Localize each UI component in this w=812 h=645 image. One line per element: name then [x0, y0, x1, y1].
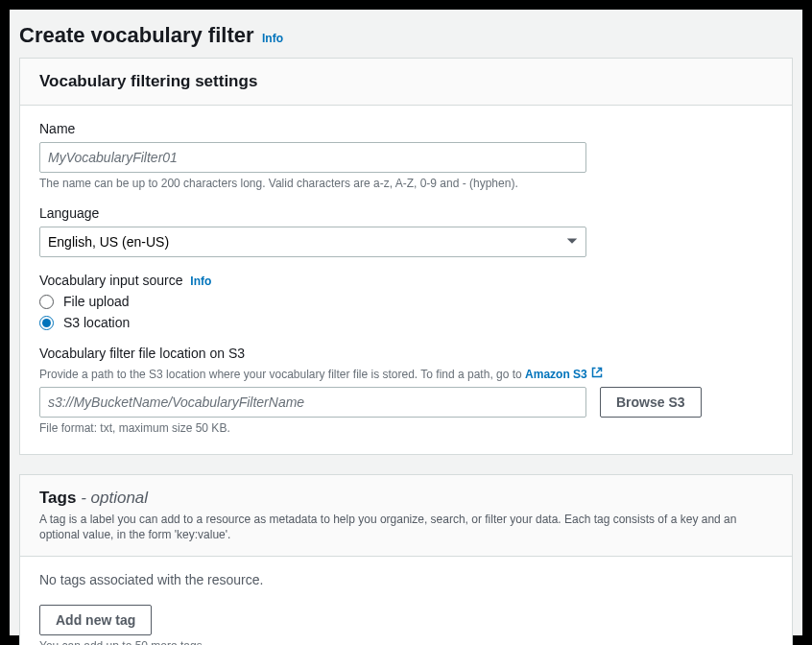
external-link-icon — [591, 367, 603, 381]
s3-location-desc: Provide a path to the S3 location where … — [39, 367, 773, 381]
name-input[interactable] — [39, 142, 586, 173]
input-source-label-text: Vocabulary input source — [39, 273, 182, 288]
language-select[interactable]: English, US (en-US) — [39, 227, 586, 257]
radio-icon — [39, 295, 54, 309]
tags-panel: Tags - optional A tag is a label you can… — [19, 474, 793, 645]
page-info-link[interactable]: Info — [262, 32, 283, 45]
radio-file-upload-label: File upload — [63, 294, 130, 309]
s3-location-label: Vocabulary filter file location on S3 — [39, 346, 773, 361]
amazon-s3-link[interactable]: Amazon S3 — [525, 367, 603, 381]
browse-s3-button[interactable]: Browse S3 — [600, 387, 702, 418]
tags-optional-text: - optional — [76, 489, 148, 507]
radio-icon — [39, 316, 54, 330]
s3-help-text: File format: txt, maximum size 50 KB. — [39, 421, 773, 435]
language-label: Language — [39, 205, 773, 221]
tags-title-text: Tags — [39, 489, 76, 507]
settings-panel-title: Vocabulary filtering settings — [39, 72, 773, 91]
tags-limit-text: You can add up to 50 more tags. — [39, 639, 773, 645]
no-tags-text: No tags associated with the resource. — [39, 572, 773, 587]
settings-panel: Vocabulary filtering settings Name The n… — [19, 58, 793, 455]
radio-s3-location-label: S3 location — [63, 315, 130, 330]
name-label: Name — [39, 121, 773, 136]
s3-desc-text: Provide a path to the S3 location where … — [39, 368, 525, 381]
radio-s3-location[interactable]: S3 location — [39, 315, 773, 330]
input-source-label: Vocabulary input source Info — [39, 273, 773, 288]
radio-file-upload[interactable]: File upload — [39, 294, 773, 309]
tags-panel-desc: A tag is a label you can add to a resour… — [39, 512, 773, 542]
name-help-text: The name can be up to 200 characters lon… — [39, 177, 773, 190]
tags-panel-title: Tags - optional — [39, 489, 773, 508]
add-new-tag-button[interactable]: Add new tag — [39, 605, 152, 635]
page-title: Create vocabulary filter — [19, 23, 254, 47]
input-source-info-link[interactable]: Info — [190, 275, 211, 288]
s3-location-input[interactable] — [39, 387, 586, 418]
amazon-s3-link-text: Amazon S3 — [525, 368, 587, 381]
